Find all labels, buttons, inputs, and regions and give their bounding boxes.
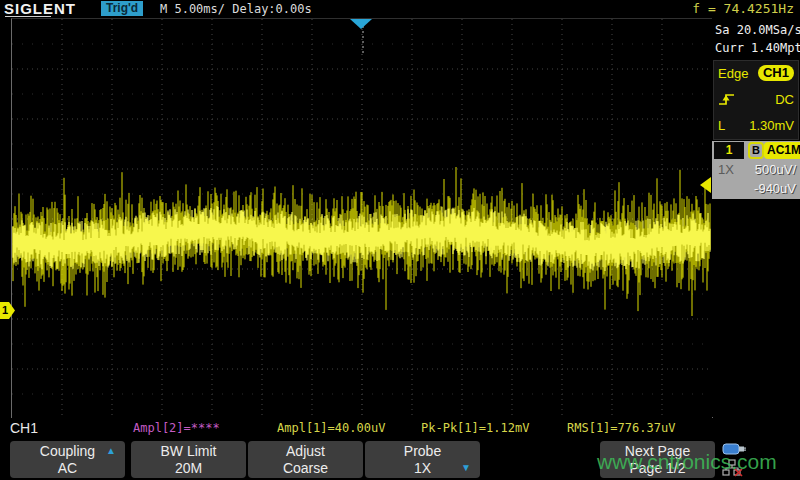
trigger-mode-label: Edge [718, 61, 748, 87]
watermark: www.cntronics.com [597, 450, 777, 474]
adjust-button-value: Coarse [248, 460, 363, 476]
coupling-button[interactable]: Coupling AC ▲ [10, 441, 125, 478]
measurement-row: CH1 Ampl[2]=**** Ampl[1]=40.00uV Pk-Pk[1… [0, 418, 800, 439]
bw-limit-button-value: 20M [131, 460, 246, 476]
trigger-coupling: DC [775, 87, 794, 113]
timebase-readout[interactable]: M 5.00ms/ Delay:0.00s [160, 2, 312, 16]
coupling-button-value: AC [10, 460, 125, 476]
trigger-level-label: L [718, 113, 725, 139]
trigger-panel[interactable]: Edge CH1 DC L 1.30mV [713, 60, 799, 140]
measurement-ampl1: Ampl[1]=40.00uV [277, 421, 385, 435]
memory-depth: Curr 1.40Mpts [715, 39, 800, 57]
measurement-channel-label: CH1 [10, 420, 38, 436]
waveform-svg [12, 19, 712, 418]
bw-limit-button-label: BW Limit [131, 443, 246, 460]
trigger-level-marker-icon[interactable] [700, 177, 711, 193]
acquisition-info: Sa 20.0MSa/s Curr 1.40Mpts [715, 21, 800, 57]
bw-limit-button[interactable]: BW Limit 20M [131, 441, 246, 478]
down-arrow-icon: ▼ [461, 462, 471, 473]
right-sidebar: Sa 20.0MSa/s Curr 1.40Mpts Edge CH1 DC L… [712, 18, 800, 417]
bandwidth-limit-badge: B [748, 142, 764, 159]
trigger-source-badge: CH1 [758, 65, 794, 81]
waveform-display[interactable] [11, 18, 713, 419]
adjust-button-label: Adjust [248, 443, 363, 460]
trigger-status-badge: Trig'd [101, 1, 143, 16]
oscilloscope-screen: SIGLENT Trig'd M 5.00ms/ Delay:0.00s f =… [0, 0, 800, 480]
measurement-pkpk1: Pk-Pk[1]=1.12mV [421, 421, 529, 435]
channel-coupling-badge: AC1M [764, 142, 800, 159]
volts-per-div: 500uV/ [755, 160, 796, 179]
trigger-level-value: 1.30mV [749, 113, 794, 139]
probe-button-label: Probe [365, 443, 480, 460]
measurement-rms1: RMS[1]=776.37uV [567, 421, 675, 435]
frequency-counter: f = 74.4251Hz [692, 2, 794, 16]
top-status-bar: SIGLENT Trig'd M 5.00ms/ Delay:0.00s f =… [0, 0, 800, 18]
channel-offset: -940uV [754, 179, 796, 198]
channel1-info-panel[interactable]: 1 B AC1M 1X 500uV/ -940uV [712, 141, 800, 199]
adjust-button[interactable]: Adjust Coarse [248, 441, 363, 478]
measurement-ampl2: Ampl[2]=**** [133, 421, 220, 435]
siglent-logo: SIGLENT [4, 0, 76, 17]
trigger-position-marker-icon[interactable] [350, 19, 372, 29]
up-arrow-icon: ▲ [106, 445, 116, 456]
probe-attenuation: 1X [718, 160, 734, 179]
channel-number: 1 [714, 142, 744, 159]
probe-button[interactable]: Probe 1X ▼ [365, 441, 480, 478]
sample-rate: Sa 20.0MSa/s [715, 21, 800, 39]
